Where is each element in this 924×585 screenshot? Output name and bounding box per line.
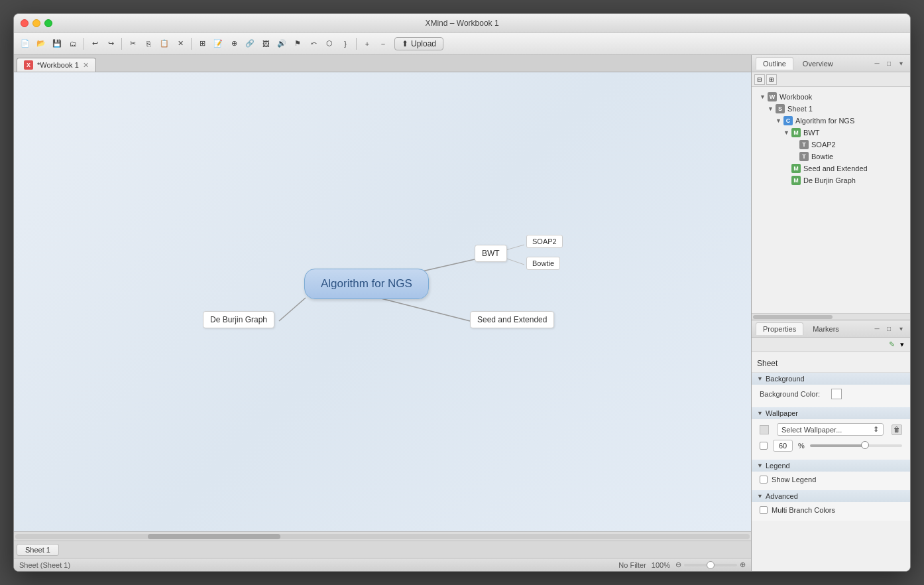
properties-restore-button[interactable]: □ xyxy=(884,324,894,334)
outline-tab[interactable]: Outline xyxy=(756,57,793,70)
h-scrollbar-thumb xyxy=(148,534,280,539)
deburjin-node-label: De Burjin Graph xyxy=(203,311,274,328)
new-button[interactable]: 📄 xyxy=(18,36,32,51)
tree-seed[interactable]: M Seed and Extended xyxy=(754,162,907,174)
wallpaper-delete-button[interactable]: 🗑 xyxy=(892,424,902,435)
insert-topic-button[interactable]: ⊞ xyxy=(195,36,209,51)
sheet1-tab-label: Sheet 1 xyxy=(25,546,50,554)
tree-bwt[interactable]: ▼ M BWT xyxy=(754,127,907,139)
workbook-tab[interactable]: X *Workbook 1 ✕ xyxy=(17,58,96,72)
upload-label: Upload xyxy=(411,39,436,48)
legend-section-title: Legend xyxy=(766,462,790,470)
background-section-header[interactable]: ▼ Background xyxy=(752,373,910,385)
zoom-in-button[interactable]: + xyxy=(360,36,375,51)
marker-button[interactable]: ⚑ xyxy=(290,36,305,51)
undo-button[interactable]: ↩ xyxy=(87,36,102,51)
outline-scrollbar[interactable] xyxy=(752,313,910,320)
bowtie-node-label: Bowtie xyxy=(526,257,560,270)
properties-menu-icon[interactable]: ▾ xyxy=(897,340,907,350)
soap2-node[interactable]: SOAP2 xyxy=(526,235,563,248)
expand-all-button[interactable]: ⊞ xyxy=(766,74,777,85)
tree-sheet1[interactable]: ▼ S Sheet 1 xyxy=(754,103,907,115)
boundary-button[interactable]: ⬡ xyxy=(322,36,337,51)
central-node[interactable]: Algorithm for NGS xyxy=(304,269,429,299)
restore-panel-button[interactable]: □ xyxy=(884,58,894,69)
edit-icon[interactable]: ✎ xyxy=(886,340,897,350)
zoom-out-button[interactable]: − xyxy=(376,36,390,51)
minimize-panel-button[interactable]: ─ xyxy=(872,58,882,69)
open-button[interactable]: 📂 xyxy=(34,36,48,51)
close-button[interactable] xyxy=(21,19,29,27)
copy-button[interactable]: ⎘ xyxy=(141,36,156,51)
wallpaper-checkbox[interactable] xyxy=(760,442,768,450)
upload-icon: ⬆ xyxy=(402,39,408,48)
bg-color-swatch[interactable] xyxy=(831,389,842,399)
collapse-all-button[interactable]: ⊟ xyxy=(754,74,765,85)
notes-button[interactable]: 📝 xyxy=(211,36,225,51)
show-legend-checkbox[interactable] xyxy=(760,476,768,484)
properties-toolbar: ✎ ▾ xyxy=(752,338,910,352)
overview-tab[interactable]: Overview xyxy=(796,58,840,70)
tab-close-button[interactable]: ✕ xyxy=(83,61,89,70)
tree-algorithm[interactable]: ▼ C Algorithm for NGS xyxy=(754,115,907,127)
cut-button[interactable]: ✂ xyxy=(125,36,140,51)
wallpaper-select-row: Select Wallpaper... ⇕ 🗑 xyxy=(760,423,902,436)
mindmap-lines xyxy=(14,72,751,531)
save-button[interactable]: 💾 xyxy=(50,36,64,51)
zoom-out-icon[interactable]: ⊖ xyxy=(675,560,681,569)
zoom-slider[interactable] xyxy=(684,564,737,566)
tree-workbook[interactable]: ▼ W Workbook xyxy=(754,91,907,103)
wallpaper-select-label: Select Wallpaper... xyxy=(781,426,842,434)
h-scrollbar[interactable] xyxy=(14,531,751,541)
percent-symbol: % xyxy=(798,442,805,450)
bowtie-node[interactable]: Bowtie xyxy=(526,257,560,270)
zoom-slider-thumb xyxy=(707,561,715,569)
legend-section-header[interactable]: ▼ Legend xyxy=(752,460,910,472)
summary-button[interactable]: } xyxy=(338,36,353,51)
bwt-node[interactable]: BWT xyxy=(475,245,507,262)
outline-scrollbar-thumb xyxy=(753,315,833,319)
minimize-button[interactable] xyxy=(32,19,40,27)
save-as-button[interactable]: 🗂 xyxy=(66,36,80,51)
sheet1-label: Sheet 1 xyxy=(787,105,813,113)
wallpaper-section-header[interactable]: ▼ Wallpaper xyxy=(752,407,910,419)
upload-button[interactable]: ⬆ Upload xyxy=(394,37,443,50)
image-button[interactable]: 🖼 xyxy=(259,36,273,51)
markers-tab[interactable]: Markers xyxy=(806,323,846,335)
seed-node[interactable]: Seed and Extended xyxy=(470,311,554,328)
canvas[interactable]: Algorithm for NGS BWT SOAP2 Bowtie Seed … xyxy=(14,72,751,531)
audio-button[interactable]: 🔊 xyxy=(274,36,289,51)
link-button[interactable]: 🔗 xyxy=(243,36,257,51)
wallpaper-selector[interactable]: Select Wallpaper... ⇕ xyxy=(777,423,884,436)
paste-button[interactable]: 📋 xyxy=(157,36,172,51)
properties-minimize-button[interactable]: ─ xyxy=(872,324,882,334)
delete-button[interactable]: ✕ xyxy=(173,36,188,51)
tree-soap2[interactable]: T SOAP2 xyxy=(754,139,907,151)
percent-field[interactable]: 60 xyxy=(773,440,793,452)
tab-label: *Workbook 1 xyxy=(37,61,79,69)
sep3 xyxy=(191,38,192,50)
relation-button[interactable]: ⤺ xyxy=(306,36,321,51)
insert-buttons[interactable]: ⊕ xyxy=(227,36,241,51)
redo-button[interactable]: ↪ xyxy=(103,36,118,51)
properties-menu-button[interactable]: ▾ xyxy=(895,324,906,334)
status-bar: Sheet (Sheet 1) No Filter 100% ⊖ ⊕ xyxy=(14,558,751,571)
tree-bowtie[interactable]: T Bowtie xyxy=(754,151,907,162)
zoom-in-icon[interactable]: ⊕ xyxy=(740,560,746,569)
overview-tab-label: Overview xyxy=(803,60,833,68)
background-content: Background Color: xyxy=(752,385,910,407)
sheet1-tab[interactable]: Sheet 1 xyxy=(17,544,59,556)
advanced-section-header[interactable]: ▼ Advanced xyxy=(752,490,910,502)
multi-branch-checkbox[interactable] xyxy=(760,506,768,514)
sheet1-arrow: ▼ xyxy=(768,105,776,112)
percent-slider[interactable] xyxy=(810,444,902,447)
properties-tab[interactable]: Properties xyxy=(756,322,803,335)
panel-menu-button[interactable]: ▾ xyxy=(895,58,906,69)
algorithm-icon: C xyxy=(783,116,793,125)
maximize-button[interactable] xyxy=(44,19,52,27)
legend-arrow: ▼ xyxy=(757,462,763,469)
properties-panel: Properties Markers ─ □ ▾ ✎ ▾ xyxy=(752,320,910,571)
traffic-lights xyxy=(21,19,52,27)
deburjin-node[interactable]: De Burjin Graph xyxy=(203,311,274,328)
tree-deburjin[interactable]: M De Burjin Graph xyxy=(754,174,907,186)
